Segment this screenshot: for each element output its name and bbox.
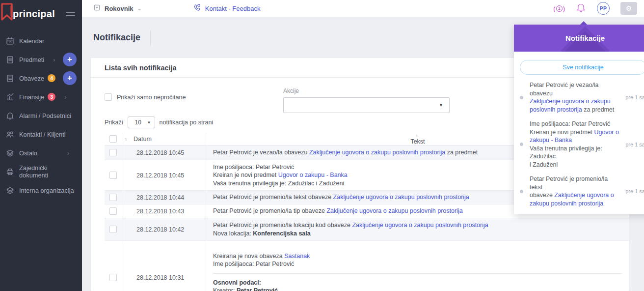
text-link[interactable]: poslovnih prostorija xyxy=(530,106,582,113)
text-segment: Osnovni podaci: xyxy=(213,279,261,286)
text-segment: Kreiran je novi predmet xyxy=(213,172,278,178)
notification-item[interactable]: Petar Petrović je vezao/la obavezuZaklju… xyxy=(520,81,644,114)
text-segment: Konferencijska sala xyxy=(253,230,310,237)
per-page-select[interactable]: 10 ▼ xyxy=(128,116,155,128)
akcije-label: Akcije xyxy=(283,87,450,94)
chevron-right-icon: › xyxy=(64,94,66,100)
select-all-checkbox[interactable] xyxy=(109,135,117,143)
text-segment: Petar Petrović je promenio/la tekst xyxy=(530,175,608,191)
text-segment: Nova lokacija: xyxy=(213,230,253,237)
notification-time: pre 1 sat xyxy=(625,142,644,147)
rokovnik-label: Rokovnik xyxy=(105,5,134,12)
per-page-suffix: notifikacija po strani xyxy=(160,119,214,126)
text-link[interactable]: Ugovor o xyxy=(594,129,619,136)
notifications-bell-icon[interactable] xyxy=(576,2,586,15)
row-date: 28.12.2018 10:44 xyxy=(122,191,206,204)
sidebar-item-finansije[interactable]: Finansije3› xyxy=(0,87,82,106)
text-segment: za predmet xyxy=(582,106,614,113)
sidebar-item-label: Kalendar xyxy=(19,37,44,45)
sidebar-item-zajedni-ki-dokumenti[interactable]: Zajednički dokumenti xyxy=(0,162,82,181)
text-segment: Kreator: xyxy=(213,287,237,291)
text-segment: Kreirana je nova obaveza xyxy=(213,253,284,260)
row-checkbox[interactable] xyxy=(109,149,117,156)
text-segment: Ime pošiljaoca: Petar Petrović xyxy=(530,120,610,127)
phone-icon xyxy=(193,3,201,14)
row-date: 28.12.2018 10:42 xyxy=(122,218,206,240)
sidebar-item-obaveze[interactable]: Obaveze4›+ xyxy=(0,69,82,87)
notification-text: Ime pošiljaoca: Petar PetrovićKreiran je… xyxy=(530,120,619,169)
all-notifications-button[interactable]: Sve notifikacije xyxy=(520,60,644,75)
avatar[interactable]: PP xyxy=(597,2,610,15)
unread-dot-icon xyxy=(520,143,530,146)
divider xyxy=(150,30,151,45)
sidebar-item-alarmi-podsetnici[interactable]: Alarmi / Podsetnici xyxy=(0,106,82,125)
chevron-right-icon: › xyxy=(67,150,69,156)
notifications-dropdown: Notifikacije Sve notifikacije Petar Petr… xyxy=(514,25,644,214)
text-segment: Petar Petrović je promenio/la tekst obav… xyxy=(213,194,333,201)
sort-icon[interactable]: ↑↓ xyxy=(124,137,127,142)
chart-icon xyxy=(6,93,14,101)
logo[interactable]: principal xyxy=(0,0,82,28)
row-checkbox[interactable] xyxy=(109,172,117,179)
kontakt-feedback-link[interactable]: Kontakt - Feedback xyxy=(193,3,261,14)
rokovnik-menu[interactable]: Rokovnik ⌄ xyxy=(93,4,142,13)
svg-text:15: 15 xyxy=(8,40,11,43)
column-header-tekst[interactable]: Tekst xyxy=(410,138,425,145)
text-link[interactable]: Zaključenje ugovora o zakupu poslovnih p… xyxy=(352,222,488,229)
text-segment: obaveze xyxy=(530,192,554,199)
row-date: 28.12.2018 10:45 xyxy=(122,146,206,160)
sort-icon[interactable]: ↑↓ xyxy=(416,133,418,138)
kontakt-label: Kontakt - Feedback xyxy=(205,5,261,12)
text-link[interactable]: Zaključenje ugovora o zakupu poslovnih p… xyxy=(326,207,462,214)
row-date: 28.12.2018 10:43 xyxy=(122,204,206,218)
text-segment: Petar Petrović xyxy=(237,287,278,291)
currency-icon[interactable]: (1) xyxy=(553,5,565,12)
calendar-plus-icon xyxy=(93,4,101,13)
row-text: Petar Petrović je promenio/la lokaciju k… xyxy=(206,218,629,240)
add-button[interactable]: + xyxy=(63,71,77,85)
unread-filter[interactable]: Prikaži samo nepročitane xyxy=(105,93,186,101)
notification-item[interactable]: Petar Petrović je promenio/la tekstobave… xyxy=(520,175,644,207)
unread-checkbox[interactable] xyxy=(105,93,112,101)
add-button[interactable]: + xyxy=(63,53,77,66)
gear-icon[interactable]: ⚙ xyxy=(620,2,637,15)
sidebar-item-interna-organizacija[interactable]: Interna organizacija› xyxy=(0,181,82,200)
column-header-datum[interactable]: Datum xyxy=(134,136,152,143)
sidebar-item-kalendar[interactable]: 15Kalendar xyxy=(0,31,82,50)
per-page-prefix: Prikaži xyxy=(105,119,123,126)
text-segment: Petar Petrović je promenio/la tip obavez… xyxy=(213,207,326,214)
topbar-right: (1) PP ⚙ xyxy=(553,2,637,15)
sidebar-item-predmeti[interactable]: Predmeti›+ xyxy=(0,50,82,69)
text-link[interactable]: Ugovor o zakupu - Banka xyxy=(278,172,348,178)
sidebar-item-kontakti-klijenti[interactable]: Kontakti / Klijenti xyxy=(0,125,82,144)
text-segment: Ime pošiljaoca: Petar Petrović xyxy=(213,261,294,267)
dropdown-body: Sve notifikacije Petar Petrović je vezao… xyxy=(514,52,644,214)
text-segment: Kreiran je novi predmet xyxy=(530,129,594,136)
text-link[interactable]: zakupu poslovnih prostorija xyxy=(530,200,603,207)
text-segment: Ime pošiljaoca: Petar Petrović xyxy=(213,164,294,171)
text-link[interactable]: Zaključenje ugovora o xyxy=(554,192,614,199)
text-link[interactable]: Zaključenje ugovora o zakupu poslovnih p… xyxy=(333,194,469,201)
text-segment: Petar Petrović je vezao/la obavezu xyxy=(213,149,309,156)
dropdown-title: Notifikacije xyxy=(565,34,605,42)
unread-checkbox-label: Prikaži samo nepročitane xyxy=(117,94,186,101)
hamburger-menu-icon[interactable] xyxy=(66,12,75,16)
text-segment: za predmet xyxy=(445,149,478,156)
text-link[interactable]: Zaključenje ugovora o zakupu poslovnih p… xyxy=(309,149,445,156)
text-link[interactable]: Zaključenje ugovora o zakupu xyxy=(530,98,611,105)
akcije-select[interactable]: ▼ xyxy=(283,97,450,113)
notification-item[interactable]: Ime pošiljaoca: Petar PetrovićKreiran je… xyxy=(520,120,644,169)
sidebar-item-label: Ostalo xyxy=(19,149,37,157)
text-link[interactable]: Sastanak xyxy=(284,253,310,260)
sidebar-item-label: Alarmi / Podsetnici xyxy=(19,112,71,119)
row-checkbox[interactable] xyxy=(109,274,117,281)
count-badge: 3 xyxy=(48,93,55,101)
row-checkbox[interactable] xyxy=(109,207,117,215)
row-checkbox[interactable] xyxy=(109,194,117,201)
people-icon xyxy=(6,130,14,139)
dropdown-items: Petar Petrović je vezao/la obavezuZaklju… xyxy=(520,81,644,207)
doc-icon xyxy=(6,56,14,64)
sidebar-item-ostalo[interactable]: Ostalo› xyxy=(0,144,82,162)
text-link[interactable]: zakupu - Banka xyxy=(530,137,572,144)
row-checkbox[interactable] xyxy=(109,226,117,233)
